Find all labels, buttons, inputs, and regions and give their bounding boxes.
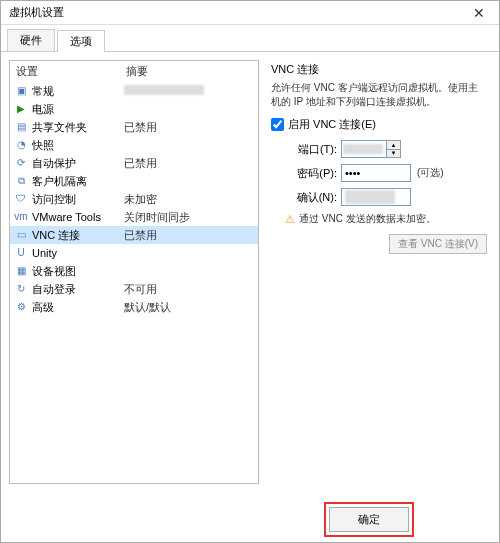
view-connections-button: 查看 VNC 连接(V) (389, 234, 487, 254)
item-label: 常规 (32, 83, 124, 99)
port-input[interactable] (341, 140, 387, 158)
warning-text: 通过 VNC 发送的数据未加密。 (299, 212, 436, 226)
item-icon: ↻ (14, 282, 28, 296)
item-icon: ▭ (14, 228, 28, 242)
item-label: 访问控制 (32, 191, 124, 207)
item-summary: 已禁用 (124, 119, 157, 135)
item-label: VMware Tools (32, 209, 124, 225)
confirm-input[interactable] (341, 188, 411, 206)
item-summary: 已禁用 (124, 155, 157, 171)
item-icon: ▦ (14, 264, 28, 278)
enable-vnc-checkbox[interactable] (271, 118, 284, 131)
item-icon: 🛡 (14, 192, 28, 206)
list-item[interactable]: ▤共享文件夹已禁用 (10, 118, 258, 136)
col-summary: 摘要 (126, 64, 148, 79)
list-item[interactable]: vmVMware Tools关闭时间同步 (10, 208, 258, 226)
item-icon: ▣ (14, 84, 28, 98)
item-icon: ▤ (14, 120, 28, 134)
port-label: 端口(T): (289, 142, 337, 157)
vnc-desc: 允许任何 VNC 客户端远程访问虚拟机。使用主机的 IP 地址和下列端口连接虚拟… (271, 81, 487, 109)
settings-list: 设置 摘要 ▣常规▶电源▤共享文件夹已禁用◔快照⟳自动保护已禁用⧉客户机隔离🛡访… (9, 60, 259, 484)
item-label: 自动登录 (32, 281, 124, 297)
warning-icon: ⚠ (285, 213, 295, 226)
item-summary: 关闭时间同步 (124, 209, 190, 225)
enable-vnc-label: 启用 VNC 连接(E) (288, 117, 376, 132)
vnc-panel: VNC 连接 允许任何 VNC 客户端远程访问虚拟机。使用主机的 IP 地址和下… (267, 60, 491, 484)
item-label: 快照 (32, 137, 124, 153)
item-icon: ⧉ (14, 174, 28, 188)
vnc-title: VNC 连接 (271, 62, 487, 77)
item-icon: ⚙ (14, 300, 28, 314)
item-label: 自动保护 (32, 155, 124, 171)
item-summary: 不可用 (124, 281, 157, 297)
window-title: 虚拟机设置 (9, 5, 64, 20)
list-item[interactable]: ◔快照 (10, 136, 258, 154)
item-label: 高级 (32, 299, 124, 315)
item-summary: 已禁用 (124, 227, 157, 243)
item-summary: 默认/默认 (124, 299, 171, 315)
password-label: 密码(P): (289, 166, 337, 181)
item-label: 共享文件夹 (32, 119, 124, 135)
password-input[interactable] (341, 164, 411, 182)
item-icon: U (14, 246, 28, 260)
port-spinner[interactable]: ▲ ▼ (387, 140, 401, 158)
item-icon: ▶ (14, 102, 28, 116)
list-item[interactable]: 🛡访问控制未加密 (10, 190, 258, 208)
list-item[interactable]: ⚙高级默认/默认 (10, 298, 258, 316)
chevron-up-icon[interactable]: ▲ (387, 141, 400, 150)
list-item[interactable]: ▭VNC 连接已禁用 (10, 226, 258, 244)
list-item[interactable]: ⟳自动保护已禁用 (10, 154, 258, 172)
item-label: 电源 (32, 101, 124, 117)
confirm-label: 确认(N): (289, 190, 337, 205)
chevron-down-icon[interactable]: ▼ (387, 150, 400, 158)
close-icon[interactable]: ✕ (467, 5, 491, 21)
item-label: 设备视图 (32, 263, 124, 279)
list-item[interactable]: ▦设备视图 (10, 262, 258, 280)
list-item[interactable]: ▣常规 (10, 82, 258, 100)
tab-options[interactable]: 选项 (57, 30, 105, 52)
list-item[interactable]: UUnity (10, 244, 258, 262)
col-setting: 设置 (16, 64, 126, 79)
list-item[interactable]: ↻自动登录不可用 (10, 280, 258, 298)
ok-button[interactable]: 确定 (329, 507, 409, 532)
tab-hardware[interactable]: 硬件 (7, 29, 55, 51)
item-icon: ⟳ (14, 156, 28, 170)
item-label: Unity (32, 245, 124, 261)
password-optional: (可选) (417, 166, 444, 180)
item-summary (124, 83, 204, 99)
item-summary: 未加密 (124, 191, 157, 207)
item-label: VNC 连接 (32, 227, 124, 243)
item-icon: vm (14, 210, 28, 224)
item-icon: ◔ (14, 138, 28, 152)
list-item[interactable]: ▶电源 (10, 100, 258, 118)
list-item[interactable]: ⧉客户机隔离 (10, 172, 258, 190)
item-label: 客户机隔离 (32, 173, 124, 189)
